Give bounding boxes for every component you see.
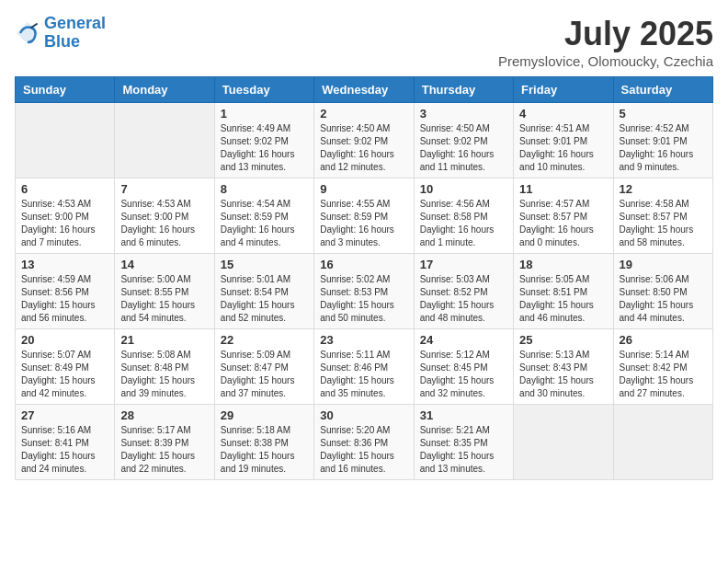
- calendar-table: SundayMondayTuesdayWednesdayThursdayFrid…: [15, 76, 713, 480]
- day-info: Sunrise: 5:14 AM Sunset: 8:42 PM Dayligh…: [620, 349, 707, 400]
- weekday-header-sunday: Sunday: [16, 77, 115, 103]
- day-info: Sunrise: 4:52 AM Sunset: 9:01 PM Dayligh…: [620, 122, 707, 174]
- calendar-cell: 27Sunrise: 5:16 AM Sunset: 8:41 PM Dayli…: [16, 405, 115, 480]
- month-title: July 2025: [498, 15, 713, 53]
- calendar-cell: 26Sunrise: 5:14 AM Sunset: 8:42 PM Dayli…: [613, 329, 712, 405]
- week-row-2: 6Sunrise: 4:53 AM Sunset: 9:00 PM Daylig…: [16, 178, 713, 254]
- day-info: Sunrise: 5:11 AM Sunset: 8:46 PM Dayligh…: [320, 349, 407, 400]
- day-number: 1: [221, 107, 308, 121]
- day-info: Sunrise: 4:50 AM Sunset: 9:02 PM Dayligh…: [320, 122, 407, 174]
- day-info: Sunrise: 4:53 AM Sunset: 9:00 PM Dayligh…: [120, 198, 208, 249]
- weekday-header-monday: Monday: [115, 77, 214, 103]
- day-number: 25: [519, 333, 607, 347]
- calendar-cell: 25Sunrise: 5:13 AM Sunset: 8:43 PM Dayli…: [514, 329, 613, 405]
- logo: General Blue: [15, 15, 106, 52]
- day-number: 6: [21, 182, 108, 196]
- calendar-cell: 5Sunrise: 4:52 AM Sunset: 9:01 PM Daylig…: [613, 103, 712, 178]
- day-number: 19: [620, 258, 707, 271]
- weekday-header-tuesday: Tuesday: [214, 77, 313, 103]
- weekday-header-saturday: Saturday: [613, 77, 712, 103]
- weekday-header-thursday: Thursday: [414, 77, 513, 103]
- weekday-header-wednesday: Wednesday: [314, 77, 414, 103]
- calendar-cell: 1Sunrise: 4:49 AM Sunset: 9:02 PM Daylig…: [214, 103, 313, 178]
- calendar-cell: [514, 405, 613, 480]
- day-number: 27: [21, 408, 108, 422]
- calendar-cell: 28Sunrise: 5:17 AM Sunset: 8:39 PM Dayli…: [115, 405, 214, 480]
- calendar-cell: 7Sunrise: 4:53 AM Sunset: 9:00 PM Daylig…: [115, 178, 214, 254]
- calendar-cell: 15Sunrise: 5:01 AM Sunset: 8:54 PM Dayli…: [214, 254, 313, 329]
- calendar-cell: 3Sunrise: 4:50 AM Sunset: 9:02 PM Daylig…: [414, 103, 513, 178]
- calendar-cell: 10Sunrise: 4:56 AM Sunset: 8:58 PM Dayli…: [414, 178, 513, 254]
- day-info: Sunrise: 5:07 AM Sunset: 8:49 PM Dayligh…: [21, 349, 108, 400]
- calendar-cell: 22Sunrise: 5:09 AM Sunset: 8:47 PM Dayli…: [214, 329, 313, 405]
- day-number: 20: [21, 333, 108, 347]
- day-number: 22: [221, 333, 308, 347]
- day-number: 14: [120, 258, 208, 271]
- day-number: 18: [519, 258, 607, 271]
- day-number: 16: [320, 258, 407, 271]
- week-row-1: 1Sunrise: 4:49 AM Sunset: 9:02 PM Daylig…: [16, 103, 713, 178]
- day-info: Sunrise: 4:59 AM Sunset: 8:56 PM Dayligh…: [21, 273, 108, 325]
- day-info: Sunrise: 5:06 AM Sunset: 8:50 PM Dayligh…: [620, 273, 707, 325]
- day-info: Sunrise: 5:02 AM Sunset: 8:53 PM Dayligh…: [320, 273, 407, 325]
- day-info: Sunrise: 5:03 AM Sunset: 8:52 PM Dayligh…: [420, 273, 507, 325]
- day-info: Sunrise: 5:18 AM Sunset: 8:38 PM Dayligh…: [221, 424, 308, 476]
- logo-icon: [15, 20, 40, 46]
- calendar-cell: 13Sunrise: 4:59 AM Sunset: 8:56 PM Dayli…: [16, 254, 115, 329]
- calendar-cell: 12Sunrise: 4:58 AM Sunset: 8:57 PM Dayli…: [613, 178, 712, 254]
- calendar-cell: 19Sunrise: 5:06 AM Sunset: 8:50 PM Dayli…: [613, 254, 712, 329]
- day-number: 30: [320, 408, 407, 422]
- calendar-cell: 29Sunrise: 5:18 AM Sunset: 8:38 PM Dayli…: [214, 405, 313, 480]
- calendar-cell: 30Sunrise: 5:20 AM Sunset: 8:36 PM Dayli…: [314, 405, 414, 480]
- day-info: Sunrise: 4:55 AM Sunset: 8:59 PM Dayligh…: [320, 198, 407, 249]
- day-info: Sunrise: 4:56 AM Sunset: 8:58 PM Dayligh…: [420, 198, 507, 249]
- week-row-5: 27Sunrise: 5:16 AM Sunset: 8:41 PM Dayli…: [16, 405, 713, 480]
- day-info: Sunrise: 5:09 AM Sunset: 8:47 PM Dayligh…: [221, 349, 308, 400]
- day-info: Sunrise: 5:05 AM Sunset: 8:51 PM Dayligh…: [519, 273, 607, 325]
- day-info: Sunrise: 4:50 AM Sunset: 9:02 PM Dayligh…: [420, 122, 507, 174]
- day-number: 9: [320, 182, 407, 196]
- calendar-cell: [16, 103, 115, 178]
- calendar-cell: 6Sunrise: 4:53 AM Sunset: 9:00 PM Daylig…: [16, 178, 115, 254]
- calendar-cell: 21Sunrise: 5:08 AM Sunset: 8:48 PM Dayli…: [115, 329, 214, 405]
- calendar-cell: 4Sunrise: 4:51 AM Sunset: 9:01 PM Daylig…: [514, 103, 613, 178]
- day-number: 17: [420, 258, 507, 271]
- week-row-3: 13Sunrise: 4:59 AM Sunset: 8:56 PM Dayli…: [16, 254, 713, 329]
- day-number: 28: [120, 408, 208, 422]
- day-number: 15: [221, 258, 308, 271]
- day-info: Sunrise: 5:12 AM Sunset: 8:45 PM Dayligh…: [420, 349, 507, 400]
- calendar-cell: 18Sunrise: 5:05 AM Sunset: 8:51 PM Dayli…: [514, 254, 613, 329]
- day-number: 24: [420, 333, 507, 347]
- day-number: 4: [519, 107, 607, 121]
- calendar-cell: 8Sunrise: 4:54 AM Sunset: 8:59 PM Daylig…: [214, 178, 313, 254]
- calendar-cell: 31Sunrise: 5:21 AM Sunset: 8:35 PM Dayli…: [414, 405, 513, 480]
- day-info: Sunrise: 5:08 AM Sunset: 8:48 PM Dayligh…: [120, 349, 208, 400]
- day-number: 21: [120, 333, 208, 347]
- day-number: 10: [420, 182, 507, 196]
- day-number: 26: [620, 333, 707, 347]
- day-number: 13: [21, 258, 108, 271]
- day-info: Sunrise: 4:53 AM Sunset: 9:00 PM Dayligh…: [21, 198, 108, 249]
- weekday-header-friday: Friday: [514, 77, 613, 103]
- location-title: Premyslovice, Olomoucky, Czechia: [498, 53, 713, 69]
- day-info: Sunrise: 5:13 AM Sunset: 8:43 PM Dayligh…: [519, 349, 607, 400]
- calendar-cell: 20Sunrise: 5:07 AM Sunset: 8:49 PM Dayli…: [16, 329, 115, 405]
- day-number: 5: [620, 107, 707, 121]
- day-info: Sunrise: 5:20 AM Sunset: 8:36 PM Dayligh…: [320, 424, 407, 476]
- calendar-cell: 11Sunrise: 4:57 AM Sunset: 8:57 PM Dayli…: [514, 178, 613, 254]
- day-number: 29: [221, 408, 308, 422]
- day-number: 7: [120, 182, 208, 196]
- day-info: Sunrise: 5:01 AM Sunset: 8:54 PM Dayligh…: [221, 273, 308, 325]
- day-number: 12: [620, 182, 707, 196]
- calendar-cell: 17Sunrise: 5:03 AM Sunset: 8:52 PM Dayli…: [414, 254, 513, 329]
- day-info: Sunrise: 5:00 AM Sunset: 8:55 PM Dayligh…: [120, 273, 208, 325]
- logo-line1: General: [44, 14, 106, 32]
- day-number: 2: [320, 107, 407, 121]
- day-info: Sunrise: 4:49 AM Sunset: 9:02 PM Dayligh…: [221, 122, 308, 174]
- day-info: Sunrise: 5:17 AM Sunset: 8:39 PM Dayligh…: [120, 424, 208, 476]
- day-number: 3: [420, 107, 507, 121]
- day-info: Sunrise: 4:51 AM Sunset: 9:01 PM Dayligh…: [519, 122, 607, 174]
- calendar-cell: 14Sunrise: 5:00 AM Sunset: 8:55 PM Dayli…: [115, 254, 214, 329]
- calendar-cell: [613, 405, 712, 480]
- logo-line2: Blue: [44, 32, 80, 51]
